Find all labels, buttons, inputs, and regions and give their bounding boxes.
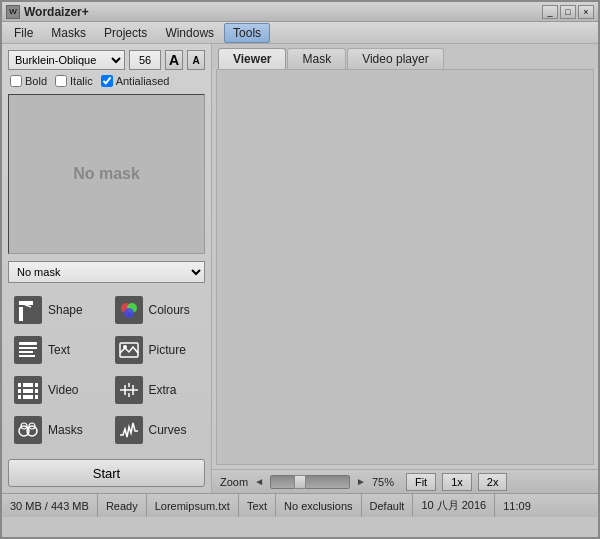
shape-icon [14, 296, 42, 324]
app-icon: W [6, 5, 20, 19]
start-btn-row: Start [8, 453, 205, 487]
tabs-row: Viewer Mask Video player [212, 44, 598, 69]
italic-checkbox[interactable] [55, 75, 67, 87]
main-content: Burklein-Oblique A A Bold Italic Antiali… [2, 44, 598, 493]
svg-rect-16 [33, 381, 35, 399]
menu-file[interactable]: File [6, 24, 41, 42]
picture-label: Picture [149, 343, 186, 357]
bold-label: Bold [25, 75, 47, 87]
tool-shape[interactable]: Shape [8, 292, 105, 328]
antialiased-checkbox[interactable] [101, 75, 113, 87]
zoom-percent: 75% [372, 476, 400, 488]
status-mode: Text [239, 494, 276, 517]
mask-select[interactable]: No mask [8, 261, 205, 283]
svg-rect-9 [19, 355, 35, 357]
tool-picture[interactable]: Picture [109, 332, 206, 368]
tool-text[interactable]: Text [8, 332, 105, 368]
svg-point-11 [123, 345, 127, 349]
text-icon [14, 336, 42, 364]
curves-label: Curves [149, 423, 187, 437]
zoom-slider[interactable] [270, 475, 350, 489]
zoom-right-arrow: ► [356, 476, 366, 487]
font-size-small-button[interactable]: A [187, 50, 205, 70]
minimize-button[interactable]: _ [542, 5, 558, 19]
shape-label: Shape [48, 303, 83, 317]
tool-curves[interactable]: Curves [109, 412, 206, 448]
viewer-area [216, 69, 594, 465]
status-time: 11:09 [495, 494, 539, 517]
title-controls: _ □ × [542, 5, 594, 19]
tool-extra[interactable]: Extra [109, 372, 206, 408]
tab-viewer[interactable]: Viewer [218, 48, 286, 69]
svg-rect-15 [21, 381, 23, 399]
tab-mask[interactable]: Mask [287, 48, 346, 69]
bold-checkbox-label[interactable]: Bold [10, 75, 47, 87]
masks-icon [14, 416, 42, 444]
svg-rect-8 [19, 351, 33, 353]
tool-masks[interactable]: Masks [8, 412, 105, 448]
close-button[interactable]: × [578, 5, 594, 19]
bold-checkbox[interactable] [10, 75, 22, 87]
menu-bar: File Masks Projects Windows Tools [2, 22, 598, 44]
preview-area: No mask [8, 94, 205, 254]
zoom-2x-button[interactable]: 2x [478, 473, 508, 491]
italic-label: Italic [70, 75, 93, 87]
tool-video[interactable]: Video [8, 372, 105, 408]
picture-icon [115, 336, 143, 364]
zoom-fit-button[interactable]: Fit [406, 473, 436, 491]
left-panel: Burklein-Oblique A A Bold Italic Antiali… [2, 44, 212, 493]
tool-colours[interactable]: Colours [109, 292, 206, 328]
right-panel: Viewer Mask Video player Zoom ◄ ► 75% Fi… [212, 44, 598, 493]
font-size-large-button[interactable]: A [165, 50, 183, 70]
video-label: Video [48, 383, 78, 397]
status-filename: Loremipsum.txt [147, 494, 239, 517]
status-memory: 30 MB / 443 MB [8, 494, 98, 517]
status-bar: 30 MB / 443 MB Ready Loremipsum.txt Text… [2, 493, 598, 517]
status-exclusions: No exclusions [276, 494, 361, 517]
status-ready: Ready [98, 494, 147, 517]
text-label: Text [48, 343, 70, 357]
start-button[interactable]: Start [8, 459, 205, 487]
maximize-button[interactable]: □ [560, 5, 576, 19]
preview-text: No mask [73, 165, 140, 183]
status-default: Default [362, 494, 414, 517]
style-row: Bold Italic Antialiased [8, 75, 205, 87]
zoom-left-arrow: ◄ [254, 476, 264, 487]
colours-icon [115, 296, 143, 324]
menu-masks[interactable]: Masks [43, 24, 94, 42]
zoom-1x-button[interactable]: 1x [442, 473, 472, 491]
menu-tools[interactable]: Tools [224, 23, 270, 43]
antialiased-checkbox-label[interactable]: Antialiased [101, 75, 170, 87]
svg-point-5 [124, 308, 134, 318]
menu-windows[interactable]: Windows [157, 24, 222, 42]
title-bar: W Wordaizer+ _ □ × [2, 2, 598, 22]
window-title: Wordaizer+ [24, 5, 89, 19]
zoom-bar: Zoom ◄ ► 75% Fit 1x 2x [212, 469, 598, 493]
colours-label: Colours [149, 303, 190, 317]
title-bar-left: W Wordaizer+ [6, 5, 89, 19]
svg-rect-0 [19, 307, 23, 321]
font-family-select[interactable]: Burklein-Oblique [8, 50, 125, 70]
extra-label: Extra [149, 383, 177, 397]
zoom-label: Zoom [220, 476, 248, 488]
masks-label: Masks [48, 423, 83, 437]
video-icon [14, 376, 42, 404]
status-date: 10 八月 2016 [413, 494, 495, 517]
svg-rect-6 [19, 342, 37, 345]
antialiased-label: Antialiased [116, 75, 170, 87]
italic-checkbox-label[interactable]: Italic [55, 75, 93, 87]
font-row: Burklein-Oblique A A [8, 50, 205, 70]
menu-projects[interactable]: Projects [96, 24, 155, 42]
curves-icon [115, 416, 143, 444]
extra-icon [115, 376, 143, 404]
window-frame: W Wordaizer+ _ □ × File Masks Projects W… [0, 0, 600, 539]
font-size-input[interactable] [129, 50, 161, 70]
svg-rect-7 [19, 347, 37, 349]
tab-video-player[interactable]: Video player [347, 48, 444, 69]
tools-grid: Shape Colours [8, 292, 205, 448]
